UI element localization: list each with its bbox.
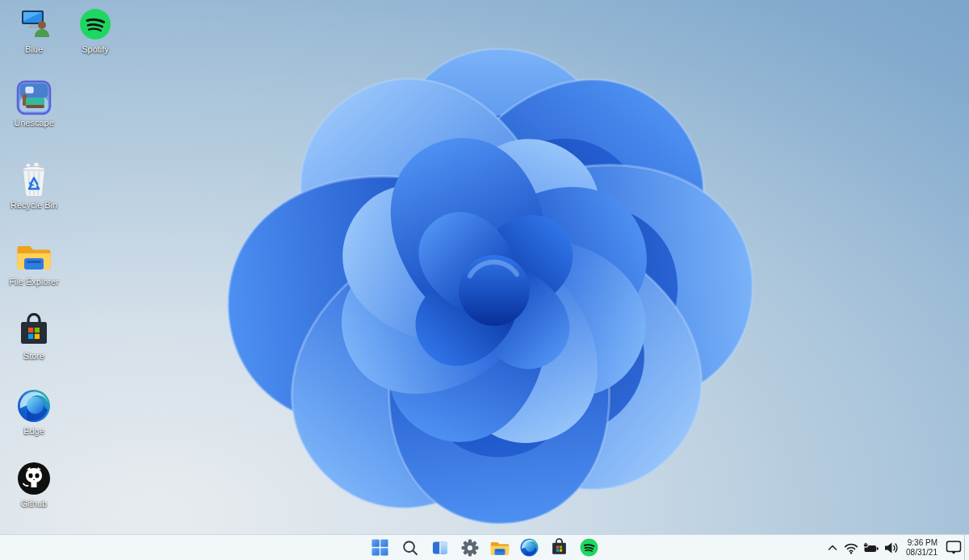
folder-icon [490,538,510,558]
desktop-icon-github[interactable]: Github [3,461,65,509]
edge-browser-icon [16,388,52,424]
desktop-icon-label: Unescape [14,118,54,128]
tray-status-button[interactable] [840,537,902,558]
system-tray: 9:36 PM 08/31/21 [825,535,969,560]
spotify-icon [580,538,598,557]
desktop-icon-spotify[interactable]: Spotify [65,6,126,55]
edge-button[interactable] [518,537,540,558]
remote-desktop-user-icon [16,6,52,42]
volume-icon [883,541,898,554]
github-octocat-icon [16,461,52,496]
desktop-icon-label: Store [23,351,44,361]
taskbar-center-icons [369,535,600,560]
desktop-icon-edge[interactable]: Edge [3,388,65,437]
taskbar: 9:36 PM 08/31/21 [0,534,969,560]
desktop-icon-label: File Explorer [9,277,59,287]
search-icon [402,540,418,556]
desktop-icon-label: Recycle Bin [10,200,57,211]
spotify-button[interactable] [578,537,600,558]
unescape-game-icon [16,80,52,115]
wallpaper-bloom [0,0,969,534]
desktop-icon-blue[interactable]: Blue [3,6,65,55]
microsoft-store-bag-icon [16,313,52,349]
store-button[interactable] [548,537,570,558]
desktop-icon-recycle-bin[interactable]: Recycle Bin [3,162,65,211]
gear-icon [461,539,479,557]
clock-date: 08/31/21 [906,548,938,558]
store-bag-icon [550,538,568,557]
file-explorer-button[interactable] [489,537,510,558]
desktop-icon-label: Spotify [82,44,109,55]
task-view-button[interactable] [429,537,451,558]
desktop-icon-file-explorer[interactable]: File Explorer [3,239,65,287]
spotify-icon [78,6,113,42]
notification-bubble-icon [946,540,962,555]
task-view-icon [431,539,449,557]
desktop-icon-store[interactable]: Store [3,313,65,361]
clock-time: 9:36 PM [906,538,938,548]
desktop-icon-label: Edge [23,426,44,437]
taskbar-clock[interactable]: 9:36 PM 08/31/21 [902,537,943,558]
desktop-surface[interactable]: Blue Spotify Unescape [0,0,969,534]
chevron-up-icon [828,545,837,551]
tray-chevron-button[interactable] [825,537,840,558]
battery-charging-icon [862,541,879,554]
desktop-icon-label: Github [21,499,47,509]
desktop-icon-unescape[interactable]: Unescape [3,80,65,128]
start-button[interactable] [369,537,391,558]
notification-center-button[interactable] [943,537,964,558]
search-button[interactable] [399,537,421,558]
windows-logo-icon [371,539,388,556]
wifi-icon [844,541,858,554]
show-desktop-button[interactable] [964,535,969,560]
edge-browser-icon [520,538,539,557]
settings-button[interactable] [459,537,480,558]
desktop-icon-label: Blue [25,44,43,55]
recycle-bin-icon [16,162,52,198]
file-explorer-folder-icon [16,239,52,274]
